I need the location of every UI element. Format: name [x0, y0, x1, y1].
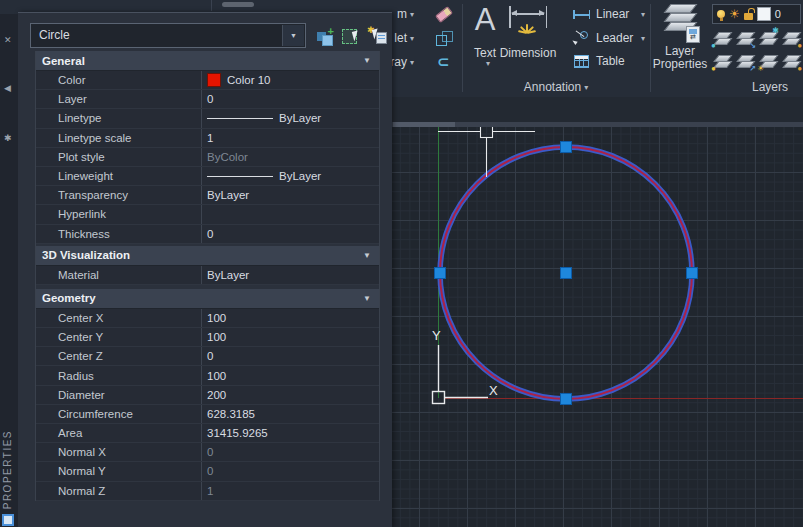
layer-lock-button[interactable]: ● — [781, 29, 801, 48]
layer-match-button[interactable]: ↗ — [735, 52, 755, 71]
leader-dropdown-icon[interactable]: ▾ — [641, 34, 645, 43]
layers-panel-label[interactable]: Layers — [752, 80, 802, 94]
linear-dropdown-icon[interactable]: ▾ — [641, 10, 645, 19]
property-value[interactable]: 100 — [201, 328, 379, 346]
property-value[interactable] — [201, 205, 379, 223]
property-value[interactable]: ByLayer — [201, 167, 379, 185]
layer-properties-label-1[interactable]: Layer — [657, 44, 703, 58]
selected-object-type: Circle — [39, 24, 70, 47]
property-value[interactable]: 628.3185 — [201, 405, 379, 423]
dropdown-icon[interactable]: ▾ — [410, 58, 414, 67]
linear-dimension-icon — [573, 10, 590, 20]
property-row-normal-x: Normal X 0 — [36, 443, 379, 462]
grip-center[interactable] — [561, 268, 572, 279]
property-row-transparency: Transparency ByLayer — [36, 186, 379, 205]
dropdown-icon[interactable]: ▾ — [410, 34, 414, 43]
arrow-icon: ↗ — [749, 65, 756, 73]
collapse-chevron-icon[interactable]: ▼ — [363, 56, 371, 65]
toggle-pickadd-button[interactable]: + — [315, 25, 335, 45]
layer-unlock-icon — [744, 13, 753, 20]
layer-unlock-button[interactable]: ● — [781, 52, 801, 71]
object-type-selector[interactable]: Circle ▼ — [30, 23, 306, 48]
linear-button[interactable]: Linear — [596, 7, 629, 21]
property-value[interactable]: 100 — [201, 366, 379, 384]
collapse-chevron-icon[interactable]: ▼ — [363, 294, 371, 303]
property-value[interactable]: 1 — [201, 129, 379, 147]
layer-thaw-button[interactable]: ☀ — [758, 52, 778, 71]
grip-quadrant-right[interactable] — [687, 268, 698, 279]
palette-settings-icon[interactable]: ✱ — [4, 134, 12, 143]
layer-isolate-button[interactable]: ● — [712, 29, 732, 48]
property-row-material: Material ByLayer — [36, 266, 379, 285]
section-header-3d-visualization[interactable]: 3D Visualization ▼ — [36, 246, 379, 266]
annotation-panel-label[interactable]: Annotation▾ — [463, 80, 649, 94]
property-value[interactable]: ByLayer — [201, 109, 379, 127]
property-value[interactable]: 100 — [201, 309, 379, 327]
drawing-canvas: Y X — [392, 127, 803, 527]
layer-make-current-button[interactable]: ↘ — [735, 29, 755, 48]
property-value[interactable]: 0 — [201, 225, 379, 243]
quick-select-button[interactable]: ✱ — [367, 25, 387, 45]
collapse-chevron-icon[interactable]: ▼ — [363, 251, 371, 260]
table-icon — [574, 55, 589, 68]
layer-properties-label-2[interactable]: Properties — [648, 57, 712, 71]
close-icon[interactable]: ✕ — [4, 36, 12, 45]
grip-quadrant-top[interactable] — [561, 142, 572, 153]
autocad-window: m▾ let▾ ray▾ ⊂ A Text ▾ Dimension Linear… — [0, 0, 803, 527]
property-value[interactable]: 31415.9265 — [201, 424, 379, 442]
section-header-geometry[interactable]: Geometry ▼ — [36, 289, 379, 309]
list-icon — [376, 32, 387, 44]
chevron-down-icon: ▼ — [290, 32, 297, 39]
section-header-general[interactable]: General ▼ — [36, 51, 379, 71]
layer-freeze-button[interactable]: ✱ — [758, 29, 778, 48]
leader-button[interactable]: Leader — [596, 31, 633, 45]
property-value: 1 — [201, 482, 379, 500]
property-value[interactable]: ByLayer — [201, 186, 379, 204]
text-dropdown-icon[interactable]: ▾ — [481, 59, 495, 68]
snowflake-icon: ✱ — [772, 27, 779, 35]
property-row-normal-z: Normal Z 1 — [36, 482, 379, 501]
grip-quadrant-left[interactable] — [435, 268, 446, 279]
property-value: 0 — [201, 443, 379, 461]
layer-properties-button[interactable]: ⇄ — [659, 2, 703, 43]
palette-title: PROPERTIES — [2, 430, 13, 509]
text-button[interactable]: A — [468, 1, 502, 39]
bulb-dot-icon: ● — [711, 65, 716, 73]
dimension-icon[interactable] — [508, 5, 548, 41]
panel-expand-icon[interactable]: ▾ — [584, 83, 588, 92]
property-value[interactable]: 0 — [201, 347, 379, 365]
panel-separator — [650, 4, 651, 92]
property-row-area: Area 31415.9265 — [36, 424, 379, 443]
selector-dropdown-button[interactable]: ▼ — [282, 25, 304, 46]
cursor-icon — [352, 30, 360, 41]
bulb-dot-icon: ● — [711, 42, 716, 50]
select-objects-button[interactable] — [341, 25, 361, 45]
erase-button[interactable] — [434, 5, 458, 25]
property-row-normal-y: Normal Y 0 — [36, 462, 379, 481]
table-button[interactable]: Table — [596, 54, 625, 68]
property-value[interactable]: 0 — [201, 90, 379, 108]
property-grid: General ▼ Color Color 10 Layer 0 Linetyp… — [35, 51, 380, 501]
dimension-button[interactable]: Dimension — [494, 46, 562, 60]
grip-quadrant-bottom[interactable] — [561, 394, 572, 405]
offset-button[interactable]: ⊂ — [434, 52, 458, 72]
lock-dot-icon: ● — [797, 42, 802, 50]
property-value: ByColor — [201, 148, 379, 166]
layer-dropdown[interactable]: ☀ 0 — [712, 4, 801, 24]
property-row-thickness: Thickness 0 — [36, 225, 379, 244]
ucs-y-label: Y — [432, 328, 441, 343]
palette-titlebar: ✕ ◀ ✱ PROPERTIES — [0, 14, 18, 527]
layer-color-swatch — [757, 7, 771, 21]
property-value[interactable]: 200 — [201, 386, 379, 404]
property-value: 0 — [201, 462, 379, 480]
layer-on-button[interactable]: ● — [712, 52, 732, 71]
property-row-diameter: Diameter 200 — [36, 386, 379, 405]
dropdown-icon[interactable]: ▾ — [410, 10, 414, 19]
pickbox — [481, 127, 493, 138]
property-row-color: Color Color 10 — [36, 71, 379, 90]
drawing-viewport[interactable]: Y X — [392, 127, 803, 527]
explode-button[interactable] — [434, 29, 458, 49]
autohide-icon[interactable]: ◀ — [4, 84, 11, 93]
property-value[interactable]: ByLayer — [201, 266, 379, 284]
property-value[interactable]: Color 10 — [201, 71, 379, 89]
